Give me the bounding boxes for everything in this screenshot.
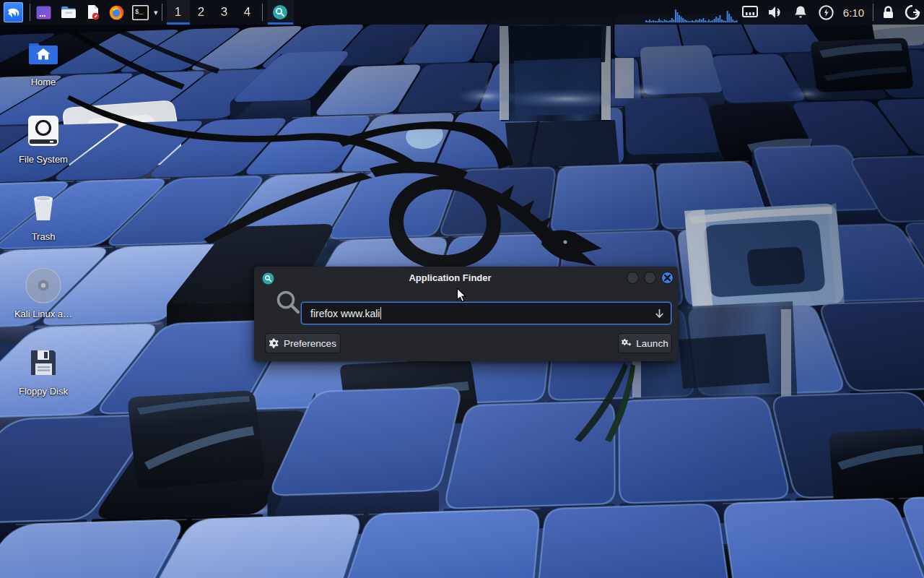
svg-text:$_: $_ xyxy=(135,9,143,16)
